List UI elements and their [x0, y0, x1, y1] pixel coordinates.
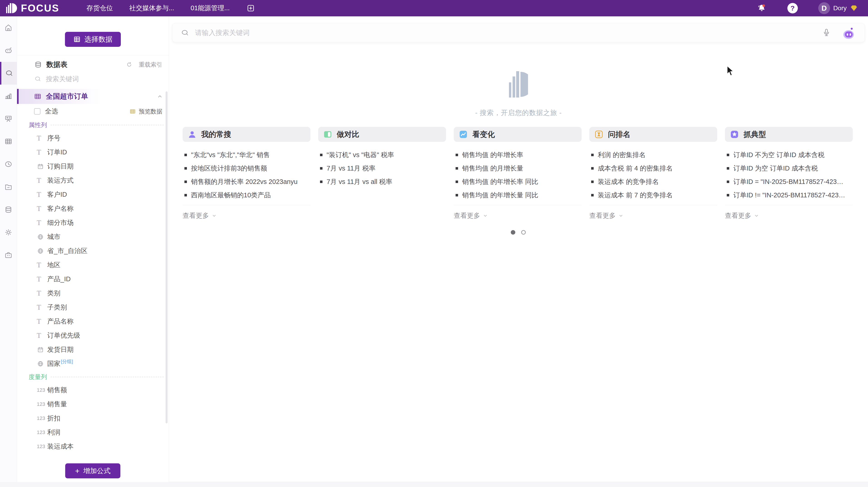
pagination-dot-0[interactable] [511, 230, 515, 235]
attribute-field-7[interactable]: 城市 [17, 230, 169, 244]
attribute-field-4[interactable]: T客户ID [17, 188, 169, 202]
nav-tab-1[interactable]: 社交媒体参与... [129, 4, 174, 13]
attribute-field-1[interactable]: T订单ID [17, 145, 169, 160]
nav-tab-2[interactable]: 01能源管理... [190, 4, 229, 13]
rail-item-table[interactable] [0, 130, 17, 153]
numeric-field-icon: 123 [37, 416, 47, 421]
add-tab-button[interactable] [246, 4, 255, 13]
attribute-field-10[interactable]: T产品_ID [17, 272, 169, 286]
suggestion-item[interactable]: "装订机" vs "电器" 税率 [320, 148, 446, 162]
suggestion-item[interactable]: 按地区统计排前3的销售额 [184, 162, 310, 175]
suggestion-item[interactable]: 西南地区最畅销的10类产品 [184, 189, 310, 202]
suggestion-item[interactable]: 订单ID = "IN-2025-BM1178527-42329",... [727, 175, 853, 189]
suggestion-item[interactable]: 装运成本 前 7 的竞争排名 [591, 189, 717, 202]
suggestion-item[interactable]: 利润 的密集排名 [591, 148, 717, 162]
suggestion-item[interactable]: 销售均值 的年增长量 同比 [456, 189, 582, 202]
attribute-field-6[interactable]: T细分市场 [17, 216, 169, 230]
view-more-button[interactable]: 查看更多 [589, 211, 624, 220]
chevron-up-icon[interactable] [156, 93, 163, 100]
pagination-dots [183, 230, 854, 235]
rail-item-robot[interactable] [0, 39, 17, 62]
suggestion-item[interactable]: 成本含税 前 4 的密集排名 [591, 162, 717, 175]
bell-icon[interactable] [756, 3, 767, 13]
suggestion-item[interactable]: 销售均值 的年增长率 [456, 148, 582, 162]
view-more-button[interactable]: 查看更多 [725, 211, 760, 220]
measure-field-2[interactable]: 123折扣 [17, 411, 169, 425]
field-label: 产品名称 [47, 317, 73, 326]
database-icon [34, 60, 42, 69]
sidebar-search-input[interactable] [45, 75, 162, 83]
square-bullet-icon [591, 167, 594, 170]
rail-item-clock[interactable] [0, 153, 17, 175]
avatar[interactable]: D [818, 2, 830, 14]
suggestion-item[interactable]: 销售均值 的月增长量 [456, 162, 582, 175]
card-header: 我的常搜 [183, 127, 310, 142]
attribute-field-9[interactable]: T地区 [17, 258, 169, 272]
suggestion-text: 订单ID 不为空 订单ID 成本含税 [733, 150, 825, 160]
suggestion-item[interactable]: 订单ID 为空 订单ID 成本含税 [727, 162, 853, 175]
suggestion-item[interactable]: "东北"vs "东北","华北" 销售 [184, 148, 310, 162]
field-label: 折扣 [47, 414, 60, 423]
rail-item-folder[interactable] [0, 175, 17, 198]
sidebar-scrollbar[interactable] [165, 91, 167, 423]
attribute-field-16[interactable]: 国家[分组] [17, 357, 169, 371]
text-field-icon: T [37, 317, 47, 325]
suggestion-item[interactable]: 销售均值 的年增长率 同比 [456, 175, 582, 189]
suggestion-item[interactable]: 7月 vs 11月 税率 [320, 162, 446, 175]
dataset-row[interactable]: 全国超市订单 [17, 89, 169, 104]
rail-item-database[interactable] [0, 198, 17, 221]
attribute-field-2[interactable]: 订购日期 [17, 160, 169, 173]
pagination-dot-1[interactable] [521, 230, 526, 235]
attribute-field-8[interactable]: 省_市_自治区 [17, 244, 169, 258]
field-label: 客户名称 [47, 204, 73, 213]
square-bullet-icon [456, 154, 458, 156]
rail-item-search[interactable] [0, 62, 17, 85]
help-icon[interactable]: ? [787, 3, 798, 13]
preview-data-button[interactable]: 预览数据 [129, 108, 162, 115]
view-more-button[interactable]: 查看更多 [183, 211, 217, 220]
suggestion-item[interactable]: 销售额的月增长率 2022vs 2023anyu [184, 175, 310, 189]
attribute-field-0[interactable]: T序号 [17, 131, 169, 145]
square-bullet-icon [184, 180, 187, 183]
attribute-field-5[interactable]: T客户名称 [17, 202, 169, 216]
suggestion-text: 销售额的月增长率 2022vs 2023anyu [191, 177, 298, 187]
attribute-field-11[interactable]: T类别 [17, 286, 169, 300]
suggestion-text: 装运成本 的竞争排名 [598, 177, 659, 187]
numeric-field-icon: 123 [37, 387, 47, 393]
rail-item-bar-chart[interactable] [0, 85, 17, 107]
suggestion-item[interactable]: 7月 vs 11月 vs all 税率 [320, 175, 446, 189]
attribute-field-12[interactable]: T子类别 [17, 300, 169, 314]
main-search-input[interactable] [195, 29, 816, 37]
card-header: 做对比 [318, 127, 446, 142]
measure-field-1[interactable]: 123销售量 [17, 397, 169, 411]
rail-item-gear[interactable] [0, 221, 17, 244]
add-formula-button[interactable]: + 增加公式 [65, 463, 121, 478]
suggestion-item[interactable]: 装运成本 的竞争排名 [591, 175, 717, 189]
nav-tab-0[interactable]: 存货仓位 [87, 4, 113, 13]
rail-item-home[interactable] [0, 17, 17, 39]
suggestion-card-4: 抓典型订单ID 不为空 订单ID 成本含税订单ID 为空 订单ID 成本含税订单… [725, 127, 853, 220]
view-more-button[interactable]: 查看更多 [454, 211, 488, 220]
suggestion-item[interactable]: 订单ID != "IN-2025-BM1178527-42329"... [727, 189, 853, 202]
attribute-field-15[interactable]: 发货日期 [17, 343, 169, 357]
assistant-robot-icon[interactable] [841, 26, 857, 39]
measure-field-4[interactable]: 123装运成本 [17, 439, 169, 454]
select-all-checkbox[interactable] [34, 108, 40, 115]
date-field-icon [37, 346, 47, 353]
numeric-field-icon: 123 [37, 443, 47, 450]
attribute-field-3[interactable]: T装运方式 [17, 173, 169, 188]
rail-item-presentation[interactable] [0, 107, 17, 130]
suggestion-text: "东北"vs "东北","华北" 销售 [191, 150, 270, 160]
suggestion-item[interactable]: 订单ID 不为空 订单ID 成本含税 [727, 148, 853, 162]
select-data-button[interactable]: 选择数据 [65, 32, 121, 47]
preview-data-label: 预览数据 [139, 108, 162, 115]
measure-field-3[interactable]: 123利润 [17, 425, 169, 439]
sidebar-divider [17, 55, 169, 55]
attribute-field-13[interactable]: T产品名称 [17, 314, 169, 328]
reload-index-button[interactable]: 重载索引 [126, 61, 162, 69]
attribute-field-14[interactable]: T订单优先级 [17, 328, 169, 343]
rail-item-toolbox[interactable] [0, 244, 17, 266]
microphone-icon[interactable] [822, 28, 831, 38]
measure-field-0[interactable]: 123销售额 [17, 383, 169, 397]
user-menu[interactable]: D Dory [818, 2, 858, 14]
